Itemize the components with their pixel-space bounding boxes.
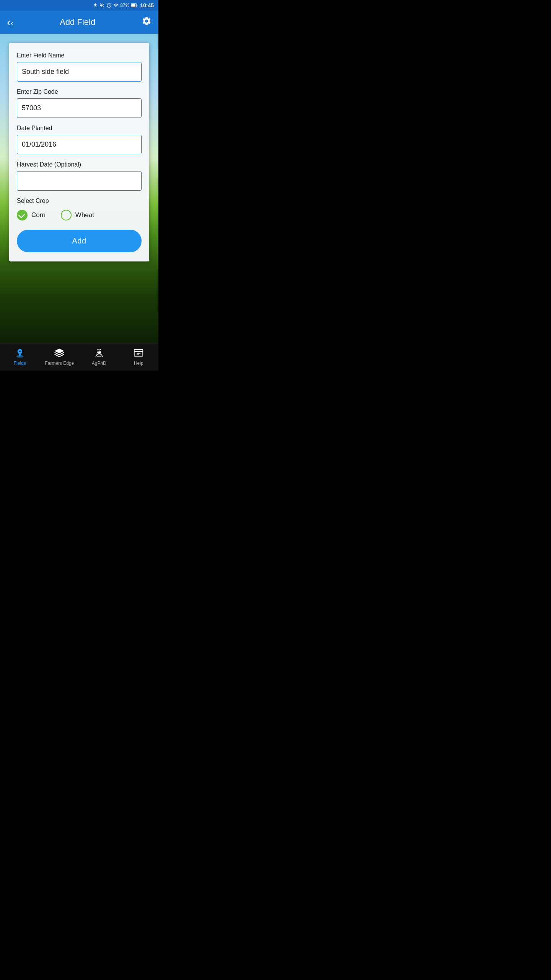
wheat-radio[interactable] (61, 210, 72, 220)
corn-radio[interactable] (17, 210, 28, 220)
nav-item-farmers-edge[interactable]: Farmers Edge (40, 348, 80, 366)
gear-icon (142, 16, 152, 26)
nav-item-fields[interactable]: Fields (0, 348, 40, 366)
agphd-nav-label: AgPhD (92, 361, 106, 366)
agphd-icon (93, 348, 105, 359)
status-icons: 87% (93, 3, 138, 8)
download-icon (93, 3, 98, 8)
crop-options: Corn Wheat (17, 210, 142, 220)
time-display: 10:45 (140, 2, 154, 8)
fields-nav-label: Fields (14, 361, 26, 366)
harvest-date-input[interactable] (17, 171, 142, 191)
date-planted-label: Date Planted (17, 125, 142, 132)
bottom-navigation: Fields Farmers Edge AgPhD Help (0, 343, 158, 371)
farmers-edge-icon (54, 348, 65, 359)
field-name-label: Enter Field Name (17, 52, 142, 59)
signal-icon (113, 3, 119, 8)
nav-item-agphd[interactable]: AgPhD (79, 348, 119, 366)
zip-code-input[interactable] (17, 98, 142, 118)
help-icon (133, 348, 144, 359)
zip-code-label: Enter Zip Code (17, 88, 142, 95)
svg-point-4 (98, 351, 100, 353)
add-field-card: Enter Field Name Enter Zip Code Date Pla… (9, 43, 149, 261)
svg-rect-6 (134, 350, 143, 356)
main-content: Enter Field Name Enter Zip Code Date Pla… (0, 34, 158, 343)
page-title: Add Field (60, 17, 95, 27)
harvest-date-label: Harvest Date (Optional) (17, 161, 142, 168)
svg-rect-1 (137, 5, 137, 7)
svg-rect-2 (131, 4, 135, 7)
field-name-input[interactable] (17, 62, 142, 82)
wheat-label: Wheat (75, 211, 94, 219)
date-planted-input[interactable] (17, 135, 142, 154)
battery-percentage: 87% (120, 3, 129, 8)
farmers-edge-nav-label: Farmers Edge (45, 361, 74, 366)
app-header: ‹ Add Field (0, 11, 158, 34)
crop-option-wheat[interactable]: Wheat (61, 210, 94, 220)
battery-icon (131, 3, 138, 8)
settings-button[interactable] (142, 16, 152, 28)
crop-option-corn[interactable]: Corn (17, 210, 46, 220)
add-button[interactable]: Add (17, 230, 142, 252)
clock-icon (106, 3, 112, 8)
mute-icon (99, 3, 105, 8)
back-button[interactable]: ‹ (7, 16, 13, 28)
nav-item-help[interactable]: Help (119, 348, 159, 366)
corn-label: Corn (31, 211, 46, 219)
select-crop-label: Select Crop (17, 198, 142, 204)
status-bar: 87% 10:45 (0, 0, 158, 11)
help-nav-label: Help (134, 361, 143, 366)
fields-icon (14, 348, 26, 359)
